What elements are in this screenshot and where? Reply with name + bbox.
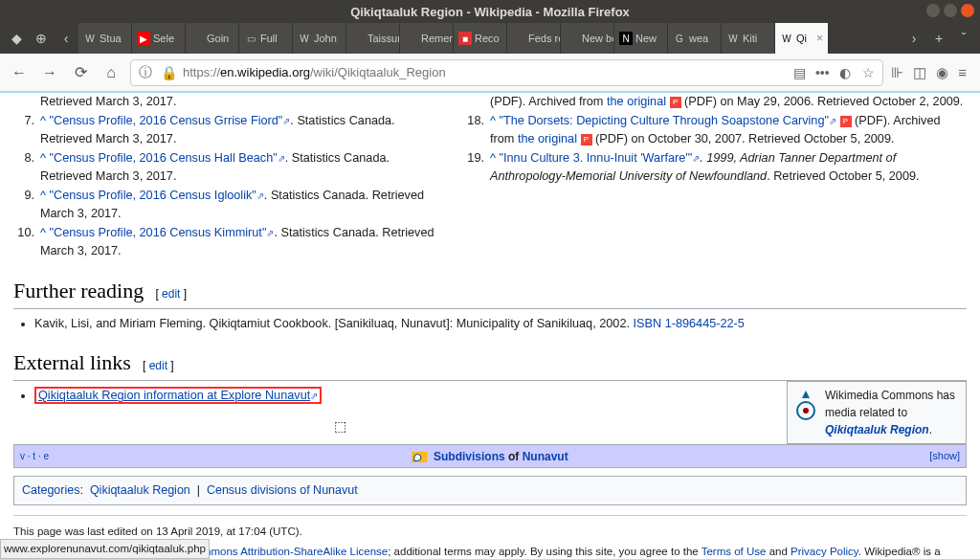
- tab-label: Feds re: [528, 33, 561, 44]
- tab-list-dropdown[interactable]: ˇ: [951, 23, 976, 54]
- sidebar-icon[interactable]: ◫: [913, 64, 926, 81]
- reader-mode-icon[interactable]: ▤: [791, 65, 808, 80]
- browser-tab[interactable]: Feds re: [507, 23, 561, 54]
- commons-link[interactable]: Qikiqtaaluk Region: [825, 423, 929, 436]
- external-link-icon: ⇗: [829, 116, 836, 126]
- tab-favicon: W: [83, 32, 97, 45]
- commons-text: Wikimedia Commons has media related to Q…: [825, 387, 961, 438]
- firefox-menu-icon[interactable]: ◆: [4, 23, 29, 54]
- nav-toolbar: ← → ⟳ ⌂ ⓘ 🔒 https://en.wikipedia.org/wik…: [0, 54, 980, 92]
- further-reading-list: Kavik, Lisi, and Miriam Fleming. Qikiqta…: [13, 315, 967, 333]
- hamburger-menu-icon[interactable]: ≡: [958, 64, 967, 80]
- svg-point-1: [803, 408, 809, 414]
- new-tab-button[interactable]: +: [926, 23, 951, 54]
- browser-tab[interactable]: New bo: [561, 23, 614, 54]
- url-bar[interactable]: ⓘ 🔒 https://en.wikipedia.org/wiki/Qikiqt…: [130, 59, 883, 86]
- backlink-caret[interactable]: ^: [490, 151, 496, 165]
- reference-link[interactable]: "The Dorsets: Depicting Culture Through …: [500, 114, 829, 127]
- edit-further-link[interactable]: edit: [162, 287, 180, 301]
- tab-favicon: [405, 32, 418, 45]
- reference-link[interactable]: the original: [607, 95, 666, 108]
- tab-label: wea: [689, 33, 708, 44]
- browser-tab[interactable]: ▶Sele: [132, 23, 186, 54]
- pdf-icon: P: [840, 116, 852, 127]
- pocket-icon[interactable]: ◐: [836, 65, 854, 80]
- page-action-icon[interactable]: •••: [813, 65, 831, 80]
- tab-close-icon[interactable]: ×: [816, 32, 823, 45]
- window-titlebar: Qikiqtaaluk Region - Wikipedia - Mozilla…: [0, 0, 980, 23]
- browser-tab[interactable]: ▭Full: [239, 23, 293, 54]
- browser-tab[interactable]: WKiti: [722, 23, 775, 54]
- category-item[interactable]: Qikiqtaaluk Region: [90, 483, 190, 497]
- navbox-show-toggle[interactable]: [show]: [929, 448, 960, 464]
- browser-tab[interactable]: NNew: [614, 23, 668, 54]
- backlink-caret[interactable]: ^: [490, 114, 496, 127]
- reference-link[interactable]: "Census Profile, 2016 Census Hall Beach": [50, 151, 278, 165]
- browser-tab[interactable]: Gwea: [668, 23, 722, 54]
- backlink-caret[interactable]: ^: [40, 189, 46, 202]
- navbox-center-title: Subdivisions of Nunavut: [412, 448, 568, 465]
- browser-tab[interactable]: WStua: [78, 23, 132, 54]
- browser-tab[interactable]: Goin: [186, 23, 239, 54]
- terms-of-use-link[interactable]: Terms of Use: [702, 546, 767, 557]
- page-content: Retrieved March 3, 2017.7.^ "Census Prof…: [0, 92, 980, 559]
- lock-icon: 🔒: [160, 65, 177, 80]
- reference-link[interactable]: the original: [518, 132, 577, 145]
- tab-favicon: W: [726, 32, 740, 45]
- tab-label: Reco: [475, 33, 500, 44]
- account-icon[interactable]: ◉: [936, 64, 948, 81]
- edit-external-link[interactable]: edit: [149, 359, 167, 372]
- nunavut-flag-icon: [412, 452, 427, 462]
- reload-button[interactable]: ⟳: [69, 63, 92, 81]
- further-reading-item: Kavik, Lisi, and Miriam Fleming. Qikiqta…: [34, 315, 967, 333]
- url-text: https://en.wikipedia.org/wiki/Qikiqtaalu…: [183, 65, 446, 79]
- library-icon[interactable]: ⊪: [891, 64, 903, 81]
- category-item[interactable]: Census divisions of Nunavut: [207, 483, 358, 497]
- maximize-button[interactable]: [944, 4, 957, 17]
- pdf-icon: P: [581, 134, 592, 145]
- tab-favicon: N: [619, 32, 633, 45]
- tab-favicon: [566, 32, 579, 45]
- reference-item: (PDF). Archived from the original P (PDF…: [463, 93, 967, 111]
- tab-favicon: W: [298, 32, 311, 45]
- backlink-caret[interactable]: ^: [40, 151, 46, 165]
- tab-label: Qi: [796, 33, 807, 44]
- external-links-heading: External links [ edit ]: [13, 347, 967, 381]
- backlink-caret[interactable]: ^: [40, 226, 46, 239]
- reference-link[interactable]: "Census Profile, 2016 Census Kimmirut": [50, 226, 267, 239]
- explore-nunavut-link[interactable]: Qikiqtaaluk Region information at Explor…: [38, 389, 310, 402]
- browser-tab[interactable]: ■Reco: [454, 23, 507, 54]
- forward-button[interactable]: →: [38, 64, 61, 81]
- home-button[interactable]: ⌂: [100, 64, 122, 81]
- site-info-icon[interactable]: ⓘ: [137, 64, 154, 81]
- external-link-icon: ⇗: [278, 153, 285, 164]
- tab-label: John: [314, 33, 337, 44]
- tab-favicon: G: [673, 32, 686, 45]
- browser-tab[interactable]: WJohn: [293, 23, 346, 54]
- tab-label: Sele: [153, 33, 174, 44]
- bookmark-star-icon[interactable]: ☆: [859, 65, 877, 80]
- categories-link[interactable]: Categories: [22, 483, 79, 497]
- back-button[interactable]: ←: [8, 64, 31, 81]
- browser-tab[interactable]: Taissum: [346, 23, 400, 54]
- tab-nav-back[interactable]: ‹: [54, 23, 78, 54]
- privacy-policy-link[interactable]: Privacy Policy: [791, 546, 858, 557]
- status-bar-url: www.explorenunavut.com/qikiqtaaluk.php: [0, 539, 210, 559]
- new-window-icon[interactable]: ⊕: [29, 23, 54, 54]
- navbox-title: v · t · e Subdivisions of Nunavut [show]: [14, 445, 966, 467]
- backlink-caret[interactable]: ^: [40, 114, 46, 127]
- browser-tab[interactable]: WQi×: [775, 23, 829, 54]
- tab-label: Taissum: [368, 33, 400, 44]
- reference-link[interactable]: "Census Profile, 2016 Census Grrise Fior…: [50, 114, 283, 127]
- isbn-link[interactable]: ISBN 1-896445-22-5: [634, 317, 745, 330]
- browser-tab[interactable]: Remem: [400, 23, 454, 54]
- tab-nav-fwd[interactable]: ›: [902, 23, 926, 54]
- window-title: Qikiqtaaluk Region - Wikipedia - Mozilla…: [350, 5, 630, 19]
- reference-item: Retrieved March 3, 2017.: [13, 93, 434, 111]
- reference-item: 10.^ "Census Profile, 2016 Census Kimmir…: [13, 224, 434, 260]
- close-window-button[interactable]: [961, 4, 974, 17]
- reference-link[interactable]: "Innu Culture 3. Innu-Inuit 'Warfare'": [500, 151, 693, 165]
- minimize-button[interactable]: [926, 4, 940, 17]
- reference-link[interactable]: "Census Profile, 2016 Census Igloolik": [50, 189, 256, 202]
- tab-favicon: [351, 32, 365, 45]
